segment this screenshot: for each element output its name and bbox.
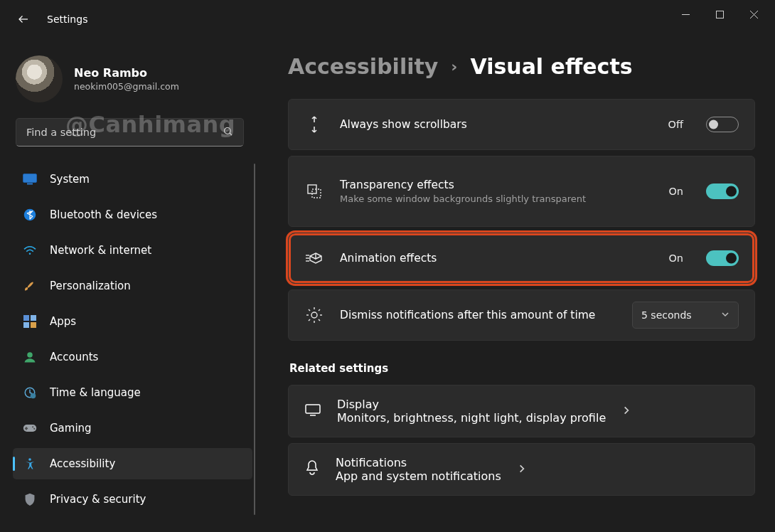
display-icon bbox=[304, 403, 321, 420]
shield-icon bbox=[23, 492, 37, 506]
svg-point-21 bbox=[33, 428, 35, 430]
sidebar-item-apps[interactable]: Apps bbox=[13, 306, 252, 337]
dismiss-dropdown[interactable]: 5 seconds bbox=[632, 302, 739, 329]
sidebar-item-label: Privacy & security bbox=[50, 493, 146, 506]
sidebar-item-label: Gaming bbox=[50, 422, 92, 435]
svg-line-36 bbox=[319, 309, 320, 311]
sidebar-item-personalization[interactable]: Personalization bbox=[13, 270, 252, 302]
svg-rect-1 bbox=[716, 11, 723, 18]
person-icon bbox=[23, 350, 37, 364]
svg-rect-19 bbox=[25, 428, 28, 430]
svg-line-33 bbox=[309, 309, 310, 311]
sidebar-item-system[interactable]: System bbox=[13, 164, 252, 195]
search-container bbox=[0, 118, 260, 161]
svg-rect-11 bbox=[31, 315, 36, 321]
related-notifications[interactable]: Notifications App and system notificatio… bbox=[288, 443, 755, 496]
setting-dismiss: Dismiss notifications after this amount … bbox=[288, 289, 755, 341]
back-button[interactable] bbox=[16, 11, 31, 27]
chevron-right-icon bbox=[517, 463, 527, 477]
link-desc: App and system notifications bbox=[336, 469, 501, 483]
dropdown-value: 5 seconds bbox=[641, 309, 692, 321]
toggle-state-label: Off bbox=[668, 119, 683, 130]
chevron-down-icon bbox=[721, 309, 729, 321]
svg-point-20 bbox=[32, 426, 33, 427]
brightness-icon bbox=[304, 305, 324, 325]
sidebar-item-label: Apps bbox=[50, 315, 76, 328]
wifi-icon bbox=[23, 243, 37, 257]
sidebar-item-time-language[interactable]: Time & language bbox=[13, 377, 252, 408]
user-block[interactable]: Neo Rambo neokim005@gmail.com bbox=[0, 50, 260, 118]
setting-title: Animation effects bbox=[340, 252, 653, 265]
setting-text: Dismiss notifications after this amount … bbox=[340, 309, 616, 321]
avatar bbox=[16, 55, 63, 102]
nav: System Bluetooth & devices Network & int… bbox=[0, 161, 260, 515]
breadcrumb-current: Visual effects bbox=[470, 54, 632, 79]
search-input[interactable] bbox=[26, 127, 223, 138]
search-icon bbox=[223, 126, 233, 139]
toggle-state-label: On bbox=[668, 252, 683, 264]
gamepad-icon bbox=[23, 421, 37, 435]
chevron-right-icon: › bbox=[451, 58, 457, 75]
link-title: Notifications bbox=[336, 456, 501, 469]
user-email: neokim005@gmail.com bbox=[74, 81, 179, 92]
setting-desc: Make some window backgrounds slightly tr… bbox=[340, 193, 653, 204]
sidebar: Neo Rambo neokim005@gmail.com @Canhimang… bbox=[0, 43, 260, 532]
svg-rect-12 bbox=[23, 322, 29, 328]
svg-point-14 bbox=[27, 352, 33, 358]
svg-rect-10 bbox=[23, 315, 29, 321]
minimize-button[interactable] bbox=[678, 7, 693, 21]
breadcrumb: Accessibility › Visual effects bbox=[288, 54, 755, 79]
sidebar-item-label: Time & language bbox=[50, 386, 141, 399]
transparency-toggle[interactable] bbox=[706, 183, 739, 199]
link-title: Display bbox=[337, 398, 606, 411]
related-display[interactable]: Display Monitors, brightness, night ligh… bbox=[288, 385, 755, 437]
sidebar-item-accounts[interactable]: Accounts bbox=[13, 341, 252, 373]
scrollbars-icon bbox=[304, 115, 324, 134]
transparency-icon bbox=[304, 181, 324, 201]
user-text: Neo Rambo neokim005@gmail.com bbox=[74, 66, 179, 92]
svg-rect-6 bbox=[23, 174, 37, 183]
search-box[interactable] bbox=[16, 118, 244, 147]
animation-icon bbox=[304, 248, 324, 268]
sidebar-item-privacy[interactable]: Privacy & security bbox=[13, 484, 252, 515]
maximize-button[interactable] bbox=[712, 7, 727, 21]
svg-rect-7 bbox=[27, 183, 33, 185]
svg-point-28 bbox=[311, 312, 317, 318]
svg-line-35 bbox=[309, 319, 310, 321]
sidebar-item-bluetooth[interactable]: Bluetooth & devices bbox=[13, 199, 252, 230]
sidebar-item-gaming[interactable]: Gaming bbox=[13, 413, 252, 444]
setting-text: Transparency effects Make some window ba… bbox=[340, 179, 653, 204]
svg-line-34 bbox=[319, 319, 320, 321]
animation-toggle[interactable] bbox=[706, 250, 739, 266]
window-controls bbox=[678, 0, 775, 28]
sidebar-item-network[interactable]: Network & internet bbox=[13, 235, 252, 266]
setting-transparency: Transparency effects Make some window ba… bbox=[288, 156, 755, 227]
sidebar-item-label: Bluetooth & devices bbox=[50, 208, 157, 221]
close-button[interactable] bbox=[747, 7, 761, 21]
related-heading: Related settings bbox=[289, 362, 755, 375]
setting-text: Animation effects bbox=[340, 252, 653, 265]
clock-globe-icon bbox=[23, 385, 37, 400]
sidebar-item-accessibility[interactable]: Accessibility bbox=[13, 448, 252, 479]
scrollbars-toggle[interactable] bbox=[706, 117, 739, 132]
link-desc: Monitors, brightness, night light, displ… bbox=[337, 411, 606, 425]
setting-animation: Animation effects On bbox=[288, 233, 755, 284]
link-text: Display Monitors, brightness, night ligh… bbox=[337, 398, 606, 425]
setting-title: Dismiss notifications after this amount … bbox=[340, 309, 616, 321]
breadcrumb-parent[interactable]: Accessibility bbox=[288, 54, 438, 79]
apps-icon bbox=[23, 314, 37, 329]
chevron-right-icon bbox=[621, 405, 631, 418]
user-name: Neo Rambo bbox=[74, 66, 179, 80]
accessibility-icon bbox=[23, 457, 37, 471]
svg-point-4 bbox=[225, 127, 231, 134]
sidebar-item-label: Accessibility bbox=[50, 457, 115, 470]
link-text: Notifications App and system notificatio… bbox=[336, 456, 501, 483]
svg-line-5 bbox=[230, 133, 232, 135]
setting-title: Always show scrollbars bbox=[340, 118, 653, 131]
setting-title: Transparency effects bbox=[340, 179, 653, 191]
brush-icon bbox=[23, 279, 37, 293]
app-header: Settings bbox=[16, 11, 87, 27]
toggle-state-label: On bbox=[668, 186, 683, 197]
svg-point-22 bbox=[28, 458, 31, 461]
setting-scrollbars: Always show scrollbars Off bbox=[288, 99, 755, 150]
